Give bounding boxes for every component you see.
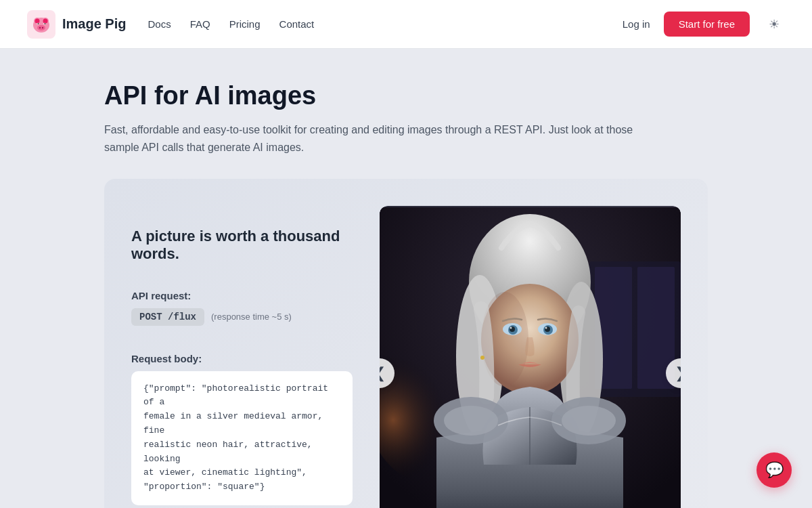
nav-left: Image Pig Docs FAQ Pricing Contact	[27, 10, 314, 39]
svg-point-4	[35, 18, 40, 23]
svg-point-6	[37, 25, 45, 30]
page-title: API for AI images	[104, 81, 708, 110]
code-block: {"prompt": "photorealistic portrait of a…	[131, 371, 353, 505]
theme-icon: ☀	[769, 17, 780, 32]
login-link[interactable]: Log in	[623, 18, 650, 30]
demo-card: A picture is worth a thousand words. API…	[104, 179, 708, 508]
main-content: API for AI images Fast, affordable and e…	[88, 49, 724, 508]
portrait-svg	[380, 206, 681, 508]
logo-link[interactable]: Image Pig	[27, 10, 126, 39]
request-body-label: Request body:	[131, 353, 353, 364]
api-request-section: API request: POST /flux (response time ~…	[131, 290, 353, 326]
nav-link-contact[interactable]: Contact	[279, 18, 315, 30]
svg-point-5	[43, 18, 48, 23]
logo-text: Image Pig	[62, 16, 126, 32]
svg-point-7	[39, 26, 41, 28]
demo-left: A picture is worth a thousand words. API…	[131, 206, 353, 508]
nav-links: Docs FAQ Pricing Contact	[148, 18, 314, 30]
svg-point-31	[510, 326, 512, 329]
navbar: Image Pig Docs FAQ Pricing Contact Log i…	[0, 0, 812, 49]
api-request-label: API request:	[131, 290, 353, 301]
page-subtitle: Fast, affordable and easy-to-use toolkit…	[104, 121, 659, 157]
api-method-badge: POST /flux	[131, 308, 204, 326]
chat-button[interactable]: 💬	[757, 452, 792, 488]
nav-right: Log in Start for free ☀	[623, 12, 785, 37]
demo-tagline: A picture is worth a thousand words.	[131, 228, 353, 263]
svg-point-37	[562, 406, 616, 436]
api-badge-row: POST /flux (response time ~5 s)	[131, 308, 353, 326]
logo-icon	[27, 10, 55, 39]
svg-point-35	[444, 406, 498, 436]
svg-point-11	[38, 23, 39, 24]
request-body-section: Request body: {"prompt": "photorealistic…	[131, 339, 353, 505]
nav-link-docs[interactable]: Docs	[148, 18, 171, 30]
svg-point-12	[45, 23, 46, 24]
start-for-free-button[interactable]: Start for free	[664, 12, 750, 37]
demo-image-container: ❮	[380, 206, 681, 508]
response-time: (response time ~5 s)	[211, 312, 292, 322]
chat-icon: 💬	[765, 461, 784, 479]
svg-point-8	[42, 26, 43, 28]
svg-point-32	[545, 326, 547, 329]
theme-toggle-button[interactable]: ☀	[763, 14, 785, 35]
nav-link-pricing[interactable]: Pricing	[229, 18, 261, 30]
demo-image	[380, 206, 681, 508]
svg-point-38	[480, 356, 484, 360]
nav-link-faq[interactable]: FAQ	[190, 18, 210, 30]
